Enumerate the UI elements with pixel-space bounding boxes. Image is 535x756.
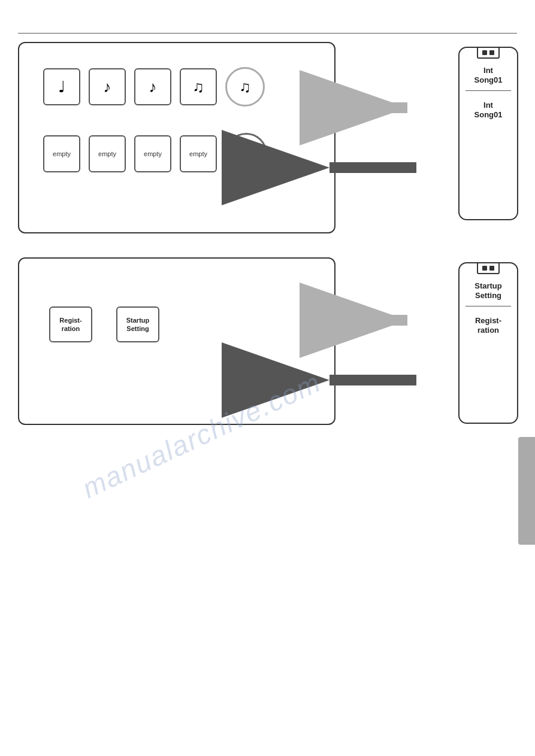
empty-slot-2: empty [89, 135, 126, 172]
usb-dot-4 [489, 266, 494, 271]
empty-slot-1: empty [43, 135, 80, 172]
song-slot-2: ♪ [89, 68, 126, 105]
usb-connector-1 [477, 47, 500, 59]
page: ♩ ♪ ♪ ♫ ♫ empty empty e [0, 0, 535, 756]
usb-device-2: Startup Setting Regist- ration [458, 262, 518, 424]
note-icon-3: ♪ [149, 78, 157, 96]
usb-device-1: Int Song01 Int Song01 [458, 47, 518, 220]
note-icon-5: ♫ [239, 78, 251, 96]
reg-slot-registration: Regist-ration [49, 306, 92, 342]
song-slot-1: ♩ [43, 68, 80, 105]
top-divider [18, 33, 517, 34]
usb-label-int-song01-top: Int Song01 [474, 66, 503, 84]
arrow-load-from-usb [324, 153, 419, 183]
note-icon-2: ♪ [104, 78, 111, 96]
empty-label-4: empty [189, 150, 207, 157]
arrow-load-registration [324, 365, 419, 395]
song-slot-3: ♪ [134, 68, 171, 105]
song-slot-4: ♫ [180, 68, 217, 105]
empty-label-1: empty [53, 150, 71, 157]
arrow-save-to-usb [324, 93, 419, 123]
arrow-save-startup [324, 305, 419, 335]
diagram1-panel: ♩ ♪ ♪ ♫ ♫ empty empty e [18, 42, 335, 233]
usb-dot-3 [482, 266, 487, 271]
usb-label-registration: Regist- ration [475, 316, 501, 335]
usb-divider-1 [466, 90, 512, 91]
usb-dot-2 [489, 50, 494, 55]
empty-slot-5-filled: 🎵 [225, 133, 267, 175]
empty-slot-3: empty [134, 135, 171, 172]
song-notes-row: ♩ ♪ ♪ ♫ ♫ [43, 67, 265, 107]
empty-label-2: empty [98, 150, 116, 157]
usb-dot-1 [482, 50, 487, 55]
reg-slot-startup: StartupSetting [116, 306, 159, 342]
usb-label-int-song01-bottom: Int Song01 [474, 101, 503, 119]
note-icon-1: ♩ [58, 78, 65, 96]
diagram2-panel: Regist-ration StartupSetting [18, 257, 335, 425]
registration-label: Regist-ration [59, 316, 81, 333]
usb-divider-2 [466, 306, 512, 306]
song-slot-5-highlighted: ♫ [225, 67, 265, 107]
usb-label-startup-setting: Startup Setting [474, 281, 502, 300]
side-tab [518, 437, 535, 545]
startup-setting-label: StartupSetting [126, 316, 150, 333]
empty-slots-row: empty empty empty empty 🎵 [43, 133, 267, 175]
empty-label-3: empty [144, 150, 162, 157]
filled-icon: 🎵 [236, 144, 257, 164]
reg-slots-row: Regist-ration StartupSetting [49, 306, 159, 342]
usb-connector-2 [477, 262, 500, 274]
note-icon-4: ♫ [192, 78, 204, 96]
empty-slot-4: empty [180, 135, 217, 172]
